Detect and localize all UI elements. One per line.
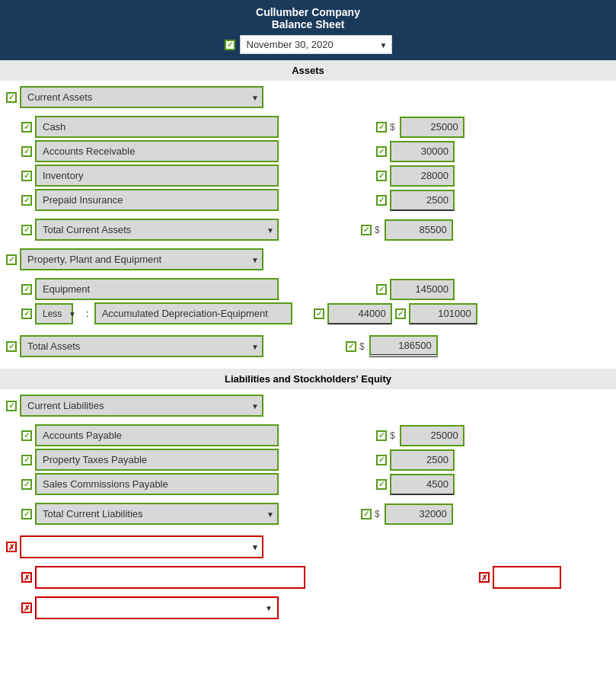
date-checkbox[interactable] bbox=[225, 40, 235, 50]
accum-dep-dollar-checkbox[interactable] bbox=[314, 308, 324, 319]
empty2-val-checkbox[interactable] bbox=[479, 572, 490, 583]
empty1-checkbox[interactable] bbox=[6, 542, 17, 552]
assets-section-header: Assets bbox=[0, 60, 616, 81]
cash-value[interactable]: 25000 bbox=[400, 117, 464, 138]
ar-dollar-checkbox[interactable] bbox=[376, 146, 387, 157]
cash-dollar-checkbox[interactable] bbox=[376, 122, 387, 133]
sc-checkbox[interactable] bbox=[21, 479, 32, 490]
inventory-value[interactable]: 28000 bbox=[390, 165, 455, 187]
current-assets-checkbox[interactable] bbox=[6, 92, 17, 103]
equip-value[interactable]: 145000 bbox=[390, 279, 455, 300]
ta-label[interactable]: Total Assets bbox=[20, 335, 263, 357]
inventory-checkbox[interactable] bbox=[21, 171, 32, 181]
less-label[interactable]: Less bbox=[35, 303, 73, 324]
page-container: Cullumber Company Balance Sheet November… bbox=[0, 0, 616, 625]
inventory-dollar-checkbox[interactable] bbox=[376, 171, 387, 181]
tca-checkbox[interactable] bbox=[21, 225, 32, 235]
prepaid-dollar-checkbox[interactable] bbox=[376, 195, 387, 206]
company-name: Cullumber Company bbox=[3, 6, 613, 18]
empty3-checkbox[interactable] bbox=[21, 603, 32, 613]
header: Cullumber Company Balance Sheet November… bbox=[0, 0, 616, 60]
tcl-dollar-sign: $ bbox=[375, 509, 380, 519]
tcl-value[interactable]: 32000 bbox=[385, 503, 453, 525]
cash-label: Cash bbox=[35, 116, 279, 138]
ppe-label[interactable]: Property, Plant and Equipment bbox=[20, 248, 263, 270]
pt-dollar-checkbox[interactable] bbox=[376, 455, 387, 465]
equip-label: Equipment bbox=[35, 278, 279, 300]
cl-checkbox[interactable] bbox=[6, 401, 17, 411]
pt-value[interactable]: 2500 bbox=[390, 449, 455, 471]
empty3-label[interactable]: ▼ bbox=[35, 596, 279, 619]
pt-label: Property Taxes Payable bbox=[35, 449, 279, 471]
ta-checkbox[interactable] bbox=[6, 341, 17, 352]
ap-checkbox[interactable] bbox=[21, 430, 32, 441]
tca-dollar-checkbox[interactable] bbox=[361, 225, 372, 235]
tca-value[interactable]: 85500 bbox=[385, 219, 453, 241]
less-checkbox[interactable] bbox=[21, 308, 32, 319]
ta-value[interactable]: 186500 bbox=[369, 335, 438, 357]
ap-value[interactable]: 25000 bbox=[400, 425, 464, 446]
current-assets-label[interactable]: Current Assets bbox=[20, 86, 263, 108]
accum-dep-value[interactable]: 44000 bbox=[327, 303, 392, 324]
liabilities-content: Current Liabilities Accounts Payable $ 2… bbox=[0, 389, 616, 625]
ar-value[interactable]: 30000 bbox=[390, 141, 455, 162]
tcl-checkbox[interactable] bbox=[21, 509, 32, 519]
inventory-label: Inventory bbox=[35, 165, 279, 187]
pt-checkbox[interactable] bbox=[21, 455, 32, 465]
tcl-label[interactable]: Total Current Liabilities bbox=[35, 503, 279, 525]
empty2-checkbox[interactable] bbox=[21, 572, 32, 583]
sc-value[interactable]: 4500 bbox=[390, 474, 455, 495]
ap-dollar-sign: $ bbox=[390, 430, 395, 441]
sc-label: Sales Commissions Payable bbox=[35, 473, 279, 495]
tca-label[interactable]: Total Current Assets bbox=[35, 219, 279, 241]
ar-label: Accounts Receivable bbox=[35, 140, 279, 162]
cash-checkbox[interactable] bbox=[21, 122, 32, 133]
ta-dollar-checkbox[interactable] bbox=[346, 341, 356, 352]
prepaid-label: Prepaid Insurance bbox=[35, 189, 279, 211]
empty2-label[interactable] bbox=[35, 566, 305, 589]
net-ppe-value[interactable]: 101000 bbox=[409, 303, 477, 324]
cl-label[interactable]: Current Liabilities bbox=[20, 395, 263, 417]
ap-label: Accounts Payable bbox=[35, 424, 279, 446]
accum-dep-label: Accumulated Depreciation-Equipment bbox=[94, 302, 292, 324]
empty2-value[interactable] bbox=[493, 566, 561, 589]
tca-dollar-sign: $ bbox=[375, 225, 380, 235]
less-dot: : bbox=[86, 308, 89, 319]
accum-dep-dollar-checkbox2[interactable] bbox=[395, 308, 406, 319]
sc-dollar-checkbox[interactable] bbox=[376, 479, 387, 490]
ap-dollar-checkbox[interactable] bbox=[376, 430, 387, 441]
empty1-label[interactable] bbox=[20, 535, 263, 558]
prepaid-value[interactable]: 2500 bbox=[390, 190, 455, 211]
assets-content: Current Assets Cash $ 25000 Accounts Rec… bbox=[0, 81, 616, 369]
liabilities-section-header: Liabilities and Stockholders' Equity bbox=[0, 369, 616, 389]
ta-dollar-sign: $ bbox=[359, 341, 365, 352]
ar-checkbox[interactable] bbox=[21, 146, 32, 157]
document-title: Balance Sheet bbox=[3, 18, 613, 30]
cash-dollar-sign: $ bbox=[390, 122, 395, 133]
ppe-checkbox[interactable] bbox=[6, 254, 17, 265]
tcl-dollar-checkbox[interactable] bbox=[361, 509, 372, 519]
equip-dollar-checkbox[interactable] bbox=[376, 284, 387, 295]
equip-checkbox[interactable] bbox=[21, 284, 32, 295]
date-select[interactable]: November 30, 2020 bbox=[240, 35, 392, 54]
prepaid-checkbox[interactable] bbox=[21, 195, 32, 206]
